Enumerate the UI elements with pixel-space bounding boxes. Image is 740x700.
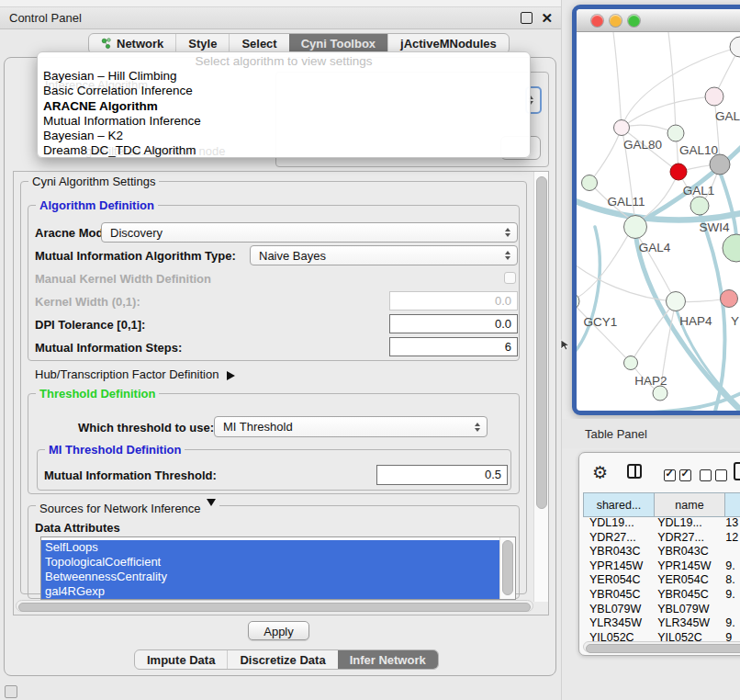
table-settings-gear-icon[interactable]: ⚙ xyxy=(592,462,608,483)
network-canvas[interactable]: GALGAL80GAL10GAL1GAL11SWI4GAL4GCY1HAP4YH… xyxy=(577,32,740,412)
network-node-8[interactable] xyxy=(624,216,647,239)
column-header-a[interactable]: A xyxy=(725,492,740,517)
data-attributes-list: SelfLoopsTopologicalCoefficientBetweenne… xyxy=(40,536,516,600)
which-threshold-label: Which threshold to use: xyxy=(78,421,214,435)
column-header-shared[interactable]: shared... xyxy=(583,492,655,517)
attributes-scrollbar[interactable] xyxy=(499,537,515,599)
table-header-row: shared...nameA xyxy=(583,492,740,517)
cell: 13 xyxy=(719,516,740,531)
algorithm-option-dream8-dc-tdc-algorithm[interactable]: Dream8 DC_TDC Algorithm xyxy=(38,143,530,158)
close-panel-button[interactable]: ✕ xyxy=(541,13,553,23)
network-node-5[interactable] xyxy=(710,154,730,175)
collapse-down-icon xyxy=(207,499,216,511)
tab-jactivemnodules[interactable]: jActiveMNodules xyxy=(387,34,509,53)
minimize-traffic-light[interactable] xyxy=(610,15,622,27)
mi-algorithm-type-select[interactable]: Naive Bayes xyxy=(250,245,518,265)
node-label-gal: GAL xyxy=(715,109,740,123)
deselect-all-columns-icon[interactable] xyxy=(700,469,727,481)
attribute-item-topologicalcoefficient[interactable]: TopologicalCoefficient xyxy=(41,555,499,570)
select-all-columns-icon[interactable] xyxy=(664,469,691,481)
network-node-2[interactable] xyxy=(614,120,630,136)
attribute-item-betweennesscentrality[interactable]: BetweennessCentrality xyxy=(41,570,499,584)
which-threshold-select[interactable]: MI Threshold xyxy=(214,416,488,437)
new-table-icon[interactable] xyxy=(734,462,740,480)
tab-label: Select xyxy=(241,37,276,51)
panel-grip[interactable] xyxy=(5,685,17,698)
network-view-window[interactable]: GALGAL80GAL10GAL1GAL11SWI4GAL4GCY1HAP4YH… xyxy=(572,5,740,415)
algorithm-option-bayesian-hill-climbing[interactable]: Bayesian – Hill Climbing xyxy=(38,69,530,84)
float-panel-button[interactable] xyxy=(521,12,533,24)
network-node-12[interactable] xyxy=(721,290,738,308)
control-panel-title: Control Panel xyxy=(9,11,82,25)
dpi-tolerance-field[interactable]: 0.0 xyxy=(389,314,518,333)
table-row-0[interactable]: YDL19...YDL19...13 xyxy=(583,516,740,531)
attribute-item-selfloops[interactable]: SelfLoops xyxy=(41,540,499,555)
kernel-width-label: Kernel Width (0,1): xyxy=(35,295,140,309)
algorithm-option-mutual-information-inference[interactable]: Mutual Information Inference xyxy=(38,114,530,129)
table-row-1[interactable]: YDR27...YDR27...12 xyxy=(583,531,740,546)
attribute-rows: SelfLoopsTopologicalCoefficientBetweenne… xyxy=(41,540,515,599)
column-header-name[interactable]: name xyxy=(655,492,725,517)
sources-title[interactable]: Sources for Network Inference xyxy=(36,499,219,515)
network-node-7[interactable] xyxy=(690,197,709,215)
algorithm-option-bayesian-k2[interactable]: Bayesian – K2 xyxy=(38,129,530,143)
settings-vertical-scrollbar[interactable] xyxy=(533,172,548,602)
table-panel-title: Table Panel xyxy=(585,427,647,441)
screen: { "panel": { "title": "Control Panel" },… xyxy=(0,0,740,700)
cell: YER054C xyxy=(651,573,719,588)
mi-steps-field[interactable]: 6 xyxy=(389,337,518,356)
algorithm-option-aracne-algorithm[interactable]: ARACNE Algorithm xyxy=(38,99,530,114)
zoom-traffic-light[interactable] xyxy=(628,15,640,27)
cell: YDR27... xyxy=(651,531,719,546)
attribute-item-gal4rgexp[interactable]: gal4RGexp xyxy=(41,584,499,599)
mi-threshold-field[interactable]: 0.5 xyxy=(376,465,508,485)
table-row-7[interactable]: YLR345WYLR345W9. xyxy=(583,616,740,631)
apply-button[interactable]: Apply xyxy=(248,621,309,640)
network-node-1[interactable] xyxy=(705,87,723,106)
column-layout-icon[interactable] xyxy=(627,464,642,479)
threshold-definition-title: Threshold Definition xyxy=(36,387,159,401)
network-node-6[interactable] xyxy=(582,175,598,191)
network-node-0[interactable] xyxy=(730,37,740,57)
stepper-icon xyxy=(475,423,480,432)
network-node-14[interactable] xyxy=(653,386,667,401)
node-label-hap2: HAP2 xyxy=(634,374,667,388)
table-row-4[interactable]: YER054CYER054C8. xyxy=(583,573,740,588)
hub-definition-expander[interactable]: Hub/Transcription Factor Definition xyxy=(35,367,240,381)
aracne-mode-select[interactable]: Discovery xyxy=(101,222,518,243)
kernel-width-field[interactable]: 0.0 xyxy=(389,291,518,310)
cell: 12 xyxy=(719,531,740,546)
cell: 8. xyxy=(719,573,740,588)
network-icon xyxy=(101,38,112,50)
manual-kernel-checkbox[interactable] xyxy=(504,272,516,284)
network-node-3[interactable] xyxy=(667,125,684,141)
table-row-6[interactable]: YBL079WYBL079W xyxy=(583,603,740,617)
tab-style[interactable]: Style xyxy=(175,34,229,53)
table-row-2[interactable]: YBR043CYBR043C xyxy=(583,545,740,559)
settings-horizontal-scrollbar[interactable] xyxy=(16,600,533,612)
tab-discretize-data[interactable]: Discretize Data xyxy=(227,650,337,669)
network-node-4[interactable] xyxy=(670,164,687,180)
tab-infer-network[interactable]: Infer Network xyxy=(338,650,438,669)
algorithm-option-basic-correlation-inference[interactable]: Basic Correlation Inference xyxy=(38,84,530,98)
network-node-13[interactable] xyxy=(624,356,638,370)
mi-threshold-group-title: MI Threshold Definition xyxy=(45,443,185,457)
tab-select[interactable]: Select xyxy=(229,34,288,53)
expand-right-icon xyxy=(227,371,240,380)
table-row-3[interactable]: YPR145WYPR145W9. xyxy=(583,559,740,574)
tab-impute-data[interactable]: Impute Data xyxy=(135,650,227,669)
tab-network[interactable]: Network xyxy=(89,34,175,53)
network-node-10[interactable] xyxy=(577,293,579,310)
tab-label: Discretize Data xyxy=(240,653,325,667)
network-node-9[interactable] xyxy=(723,234,740,262)
cell: YBR043C xyxy=(583,545,651,559)
tab-cyni-toolbox[interactable]: Cyni Toolbox xyxy=(289,34,387,53)
cell: YLR345W xyxy=(651,616,719,631)
node-label-hap4: HAP4 xyxy=(679,314,712,328)
table-horizontal-scrollbar[interactable] xyxy=(583,641,740,652)
cell xyxy=(719,545,740,559)
network-node-11[interactable] xyxy=(667,292,686,311)
table-row-5[interactable]: YBR045CYBR045C9. xyxy=(583,588,740,603)
dpi-tolerance-label: DPI Tolerance [0,1]: xyxy=(35,318,145,332)
close-traffic-light[interactable] xyxy=(591,15,603,27)
